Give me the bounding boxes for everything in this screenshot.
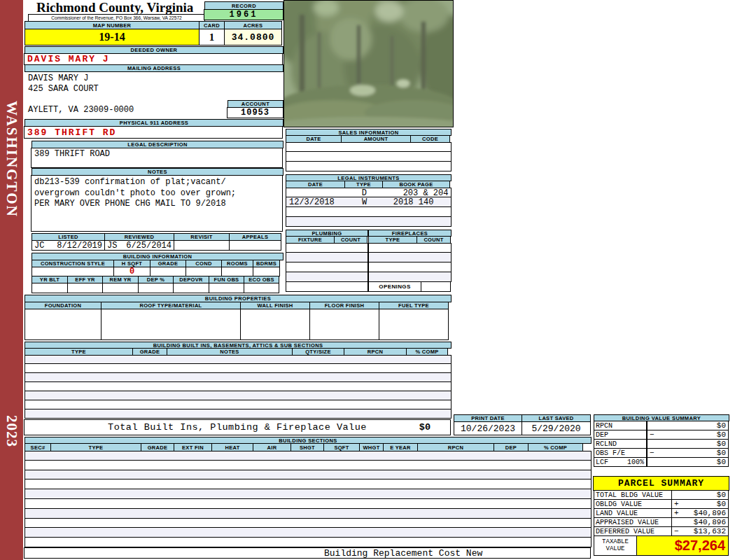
legal-instrument-row: D 203 & 204 — [286, 188, 451, 197]
building-sections-empty-row — [24, 528, 592, 538]
taxable-value-amount: $27,264 — [675, 538, 725, 554]
legal-instrument-row: 12/3/2018 W 2018 140 — [286, 197, 451, 207]
plumbing-empty-row — [286, 272, 368, 282]
building-sections-empty-row — [24, 461, 592, 470]
bvs-value: $0 — [661, 430, 726, 439]
acres-value: 34.0800 — [224, 29, 282, 46]
record-value: 1961 — [204, 9, 284, 20]
reviewed-cell: JS 6/25/2014 — [104, 240, 174, 251]
built-ins-empty-row — [24, 410, 451, 419]
building-sections-empty-row — [24, 538, 592, 547]
built-ins-header: TYPE — [24, 348, 133, 356]
sales-empty-row — [286, 162, 451, 172]
building-sections-empty-row — [24, 519, 592, 528]
page-title: Richmond County, Virginia — [36, 0, 204, 15]
ps-op: − — [674, 527, 685, 536]
account-value: 10953 — [227, 107, 284, 118]
bvs-value-cell: −$0 — [647, 448, 729, 458]
taxable-value: $27,264 — [636, 536, 729, 556]
li-bookpage: 2018 140 — [384, 197, 451, 206]
building-information: BUILDING INFORMATION CONSTRUCTION STYLE … — [31, 253, 284, 293]
effyr-value — [67, 283, 103, 293]
building-value-summary: BUILDING VALUE SUMMARY RPCN $0 DEP −$0 R… — [594, 414, 729, 467]
bvs-label: OBS F/E — [594, 448, 648, 458]
sales-empty-row — [286, 142, 451, 152]
deeded-owner-value: DAVIS MARY J — [24, 53, 283, 65]
depovr-value — [173, 283, 209, 293]
fireplaces-rows — [368, 243, 451, 282]
bvs-label: LCF — [596, 458, 608, 466]
listed-date: 8/12/2019 — [57, 241, 102, 251]
wallfinish-value — [240, 309, 310, 340]
built-ins-header: NOTES — [167, 348, 293, 356]
ps-label: TOTAL BLDG VALUE — [594, 490, 672, 500]
plumbing-header: FIXTURE — [286, 236, 335, 244]
ps-value-cell: $0 — [671, 490, 729, 500]
bdrms-value — [253, 267, 280, 276]
fueltype-value — [379, 309, 449, 340]
building-replacement-row: Building Replacement Cost New — [24, 547, 591, 559]
property-photo-image — [284, 1, 453, 127]
parcel-summary-title: PARCEL SUMMARY — [593, 476, 729, 491]
floorfinish-value — [309, 309, 379, 340]
bvs-pct: 100% — [627, 458, 644, 466]
sales-header: CODE — [410, 135, 450, 143]
bvs-value: $0 — [661, 458, 726, 466]
ps-label: DEFERRED VALUE — [594, 526, 672, 536]
plumbing-empty-row — [286, 243, 368, 253]
card-value: 1 — [199, 29, 225, 46]
bvs-value: $0 — [661, 449, 726, 457]
taxable-value-label: TAXABLE VALUE — [594, 536, 637, 556]
built-ins-empty-row — [24, 355, 451, 364]
fireplaces-empty-row — [368, 272, 451, 282]
parcel-summary: PARCEL SUMMARY TOTAL BLDG VALUE $0 OBLDG… — [594, 476, 729, 556]
record-box: RECORD 1961 — [204, 1, 284, 20]
openings-label: OPENINGS — [368, 281, 421, 292]
bvs-label: RCLND — [594, 439, 648, 449]
ps-value: $0 — [685, 500, 726, 508]
built-ins-empty-row — [24, 364, 451, 373]
ps-value-cell: +$0 — [671, 499, 729, 509]
bvs-value: $0 — [661, 440, 726, 448]
notes-line: PER MARY OVER PHONE CHG MAIL TO 9/2018 — [34, 199, 226, 210]
li-header: TYPE — [344, 181, 383, 188]
last-saved-value: 5/29/2020 — [522, 421, 591, 435]
cond-value — [186, 267, 222, 276]
map-card-acres-table: MAP NUMBER CARD ACRES 19-14 1 34.0800 — [24, 21, 284, 46]
bvs-label: RPCN — [594, 421, 648, 430]
notes-line: overgrown couldn't photo too over grown; — [34, 188, 236, 200]
bvs-value-cell: $0 — [647, 439, 729, 449]
ecoobs-value — [244, 283, 279, 293]
li-type: D — [345, 188, 383, 197]
bvs-value-cell: $0 — [647, 421, 729, 430]
building-sections-empty-row — [24, 451, 592, 461]
building-properties: BUILDING PROPERTIES FOUNDATION ROOF TYPE… — [24, 295, 451, 340]
ps-label: APPRAISED VALUE — [594, 517, 672, 527]
bvs-op: − — [650, 430, 661, 439]
li-header: DATE — [286, 181, 345, 188]
li-header: BOOK PAGE — [382, 181, 450, 188]
built-ins-empty-row — [24, 382, 451, 391]
ps-value-cell: −$13,632 — [671, 526, 729, 536]
ps-value: $40,896 — [685, 509, 726, 517]
li-date: 12/3/2018 — [286, 197, 345, 206]
mailing-line — [28, 94, 224, 105]
review-table: LISTED REVIEWED REVISIT APPEALS JC 8/12/… — [31, 233, 284, 251]
fireplaces-table: FIREPLACES TYPE COUNT OPENINGS — [368, 230, 451, 292]
building-sections-empty-row — [24, 489, 592, 499]
li-bookpage: 203 & 204 — [384, 188, 451, 197]
legal-description-value: 389 THRIFT ROAD — [31, 148, 283, 168]
bvs-label: DEP — [594, 430, 648, 440]
dep-value — [138, 283, 174, 293]
notes-line: db213-539 confirmation of plat;vacant/ — [34, 177, 226, 188]
plumbing-empty-row — [286, 282, 368, 292]
notes-box: db213-539 confirmation of plat;vacant/ o… — [31, 175, 283, 232]
built-ins-total-label: Total Built Ins, Plumbing & Fireplace Va… — [108, 422, 367, 433]
fireplaces-empty-row — [368, 262, 451, 272]
map-number-value: 19-14 — [24, 29, 200, 46]
yrblt-value — [31, 283, 68, 293]
building-sections-rows — [24, 451, 592, 547]
legal-instrument-empty-row — [286, 207, 451, 217]
reviewed-date: 6/25/2014 — [126, 241, 172, 251]
remyr-value — [102, 283, 139, 293]
